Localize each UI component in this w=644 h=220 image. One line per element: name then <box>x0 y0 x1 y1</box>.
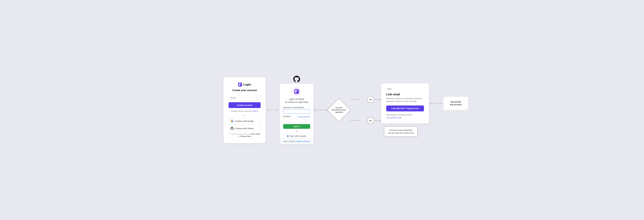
create-account-button[interactable]: Create account <box>228 102 260 108</box>
flowchart-section: Yes / No? this email has been registered… <box>314 89 381 131</box>
svg-marker-15 <box>380 99 381 100</box>
github-footer: New to GitHub? Create an account <box>280 138 314 144</box>
passkey-button[interactable]: 👤 Sign in with a passkey <box>283 134 310 138</box>
google-icon <box>230 120 234 123</box>
github-octocat-top <box>293 76 300 83</box>
svg-rect-8 <box>297 90 298 91</box>
github-signin-wrapper: Sign in to GitHub to continue to Logto C… <box>280 76 314 144</box>
svg-marker-13 <box>358 99 359 100</box>
link-email-card: ‹ Back Link email We found a related acc… <box>381 83 429 123</box>
svg-rect-2 <box>240 84 241 85</box>
github-button-label: Continue with GitHub <box>235 127 254 130</box>
divider: or <box>228 114 260 116</box>
github-signin-button[interactable]: Continue with GitHub <box>228 125 260 131</box>
google-button-label: Continue with Google <box>235 120 254 122</box>
create-account-link[interactable]: Create an account <box>296 140 310 142</box>
divider-text: or <box>244 114 246 116</box>
no-line-2 <box>374 118 381 123</box>
diamond-text: Yes / No? this email has been registered <box>328 99 350 121</box>
forgot-password-link[interactable]: Forgot password? <box>298 116 310 118</box>
github-signin-button-main[interactable]: Sign in <box>283 124 310 129</box>
decision-diamond: Yes / No? this email has been registered <box>328 99 350 121</box>
github-card: Sign in to GitHub to continue to Logto C… <box>280 84 314 144</box>
page-title: Create your account <box>228 89 260 92</box>
sign-in-prompt: Already have an account? Sign in <box>228 110 260 112</box>
privacy-link[interactable]: Privacy Policy <box>240 135 251 137</box>
svg-marker-22 <box>440 103 441 104</box>
logo-text: Logto <box>243 83 251 86</box>
link-email-title: Link email <box>386 93 424 96</box>
svg-point-3 <box>268 109 269 111</box>
yes-branch: Yes <box>350 96 381 103</box>
arrow-1 <box>266 109 280 111</box>
success-link-card: Successful link-account <box>443 96 468 110</box>
no-path: Successful social registration and auto-… <box>381 126 468 137</box>
flow-branches: Yes No <box>350 96 381 124</box>
right-section: ‹ Back Link email We found a related acc… <box>381 83 468 137</box>
back-button[interactable]: ‹ Back <box>386 88 424 90</box>
yes-arrow <box>350 97 367 102</box>
arrow-to-success <box>429 101 443 106</box>
yes-path: ‹ Back Link email We found a related acc… <box>381 83 468 123</box>
flow-left-svg <box>314 89 328 131</box>
link-another-email-link[interactable]: Link another email <box>386 117 401 119</box>
github-title: Sign in to GitHub to continue to Logto C… <box>283 98 310 104</box>
terms-text: By continuing, you agree to the Terms of… <box>228 133 260 137</box>
terms-link[interactable]: Terms of Use <box>250 133 260 135</box>
github-octocat-icon <box>293 76 300 83</box>
svg-rect-6 <box>294 89 299 94</box>
svg-rect-0 <box>238 83 242 87</box>
skip-text: Skip linking to existing account? <box>386 114 424 116</box>
or-divider: Or <box>283 130 310 132</box>
yes-label: Yes <box>367 96 374 103</box>
svg-rect-7 <box>295 90 296 93</box>
svg-marker-5 <box>277 109 278 111</box>
logo-area: Logto <box>228 83 260 87</box>
email-field[interactable] <box>228 95 260 101</box>
create-account-card: Logto Create your account Create account… <box>224 77 266 143</box>
back-chevron-icon: ‹ <box>386 88 387 90</box>
no-arrow <box>350 118 367 123</box>
link-with-email-button[interactable]: Link with Silv****@gmail.com <box>386 105 424 111</box>
google-signin-button[interactable]: Continue with Google <box>228 118 260 124</box>
arrow-svg-1 <box>267 109 278 111</box>
yes-line-2 <box>374 97 381 102</box>
passkey-icon: 👤 <box>287 135 289 137</box>
username-label: Username or email address <box>283 106 310 108</box>
logto-logo-small <box>294 89 299 94</box>
link-email-desc: We found a related account which had bee… <box>386 97 424 103</box>
no-label: No <box>367 117 374 124</box>
success-link-title: Successful link-account <box>446 101 465 106</box>
no-branch: No <box>350 117 381 124</box>
svg-marker-17 <box>358 120 359 121</box>
password-input[interactable] <box>283 119 310 123</box>
password-label: Password <box>283 115 290 117</box>
logto-logo-circle <box>293 88 300 95</box>
success-registration-box: Successful social registration and auto-… <box>384 126 418 137</box>
svg-marker-19 <box>380 120 381 121</box>
sign-in-link[interactable]: Sign in <box>252 110 258 112</box>
username-input[interactable] <box>283 109 310 114</box>
github-icon <box>230 127 234 130</box>
svg-rect-1 <box>239 84 240 86</box>
svg-point-9 <box>314 109 316 111</box>
logto-logo-icon <box>238 83 242 87</box>
svg-point-20 <box>430 103 431 104</box>
